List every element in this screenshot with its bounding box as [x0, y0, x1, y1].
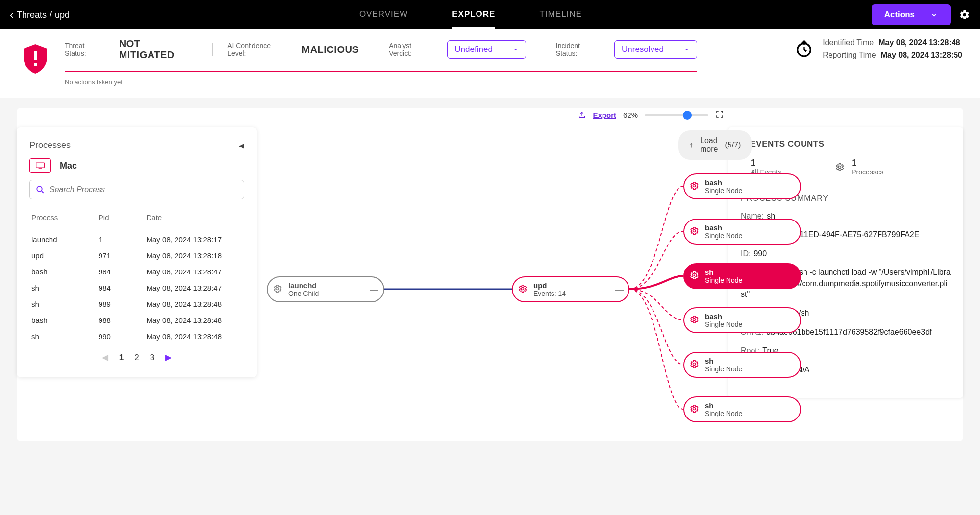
- ai-confidence-label: AI Confidence Level:: [227, 42, 290, 57]
- table-row[interactable]: sh989May 08, 2024 13:28:48: [29, 296, 244, 312]
- zoom-percentage: 62%: [623, 111, 638, 119]
- svg-point-6: [522, 287, 524, 290]
- load-more-button[interactable]: Load more (5/7): [678, 130, 752, 160]
- pager-next[interactable]: ▶: [165, 352, 172, 363]
- incident-status-dropdown[interactable]: Unresolved: [614, 40, 697, 59]
- all-events-count: 1: [751, 158, 781, 168]
- collapse-indicator[interactable]: —: [615, 284, 624, 294]
- zoom-slider[interactable]: [645, 114, 708, 116]
- table-row[interactable]: bash988May 08, 2024 13:28:48: [29, 312, 244, 328]
- pager-prev[interactable]: ◀: [102, 352, 108, 363]
- col-pid: Pid: [99, 213, 147, 221]
- os-name: Mac: [60, 161, 77, 171]
- svg-point-4: [37, 186, 42, 192]
- settings-icon[interactable]: [959, 9, 970, 20]
- gear-icon: [273, 284, 282, 295]
- table-row[interactable]: sh984May 08, 2024 13:28:47: [29, 280, 244, 296]
- ai-confidence-value: MALICIOUS: [302, 44, 359, 55]
- col-date: Date: [147, 213, 242, 221]
- analyst-verdict-value: Undefined: [454, 45, 493, 54]
- incident-status-label: Incident Status:: [556, 42, 603, 57]
- process-table-body: launchd1May 08, 2024 13:28:17upd971May 0…: [29, 231, 244, 344]
- gear-icon: [689, 315, 699, 326]
- pager-page[interactable]: 1: [119, 353, 124, 363]
- chevron-down-icon: [512, 45, 519, 54]
- node-sh-4[interactable]: shSingle Node: [683, 352, 801, 378]
- ps-id: 990: [754, 249, 767, 258]
- tab-overview[interactable]: OVERVIEW: [359, 0, 408, 29]
- svg-point-8: [693, 229, 696, 232]
- pager-page[interactable]: 2: [134, 353, 139, 363]
- processes-label: Processes: [852, 168, 883, 176]
- topbar: Threats / upd OVERVIEW EXPLORE TIMELINE …: [0, 0, 980, 29]
- gear-icon: [835, 162, 845, 172]
- analyst-verdict-dropdown[interactable]: Undefined: [447, 40, 526, 59]
- chevron-down-icon: [683, 45, 690, 54]
- actions-button[interactable]: Actions: [872, 4, 951, 25]
- reporting-time-label: Reporting Time: [823, 51, 876, 59]
- breadcrumb[interactable]: Threats / upd: [10, 9, 70, 21]
- clock-icon: [794, 39, 814, 59]
- node-bash-1[interactable]: bashSingle Node: [683, 219, 801, 245]
- svg-rect-3: [36, 163, 45, 168]
- no-actions-text: No actions taken yet: [65, 78, 697, 86]
- node-upd[interactable]: updEvents: 14 —: [512, 276, 629, 302]
- svg-point-11: [693, 363, 696, 365]
- export-link[interactable]: Export: [593, 111, 616, 119]
- svg-rect-0: [34, 51, 37, 60]
- zoom-slider-thumb[interactable]: [683, 111, 692, 120]
- svg-rect-1: [34, 63, 37, 66]
- breadcrumb-parent: Threats: [17, 10, 47, 20]
- processes-panel: Processes Mac Process Pid Date launchd1M…: [17, 127, 257, 377]
- gear-icon: [689, 270, 699, 282]
- node-bash-0[interactable]: bashSingle Node: [683, 173, 801, 199]
- table-row[interactable]: sh990May 08, 2024 13:28:48: [29, 328, 244, 344]
- svg-point-10: [693, 318, 696, 320]
- threat-status-label: Threat Status:: [65, 42, 107, 57]
- main-panel: Processes Mac Process Pid Date launchd1M…: [17, 108, 963, 441]
- svg-point-12: [693, 407, 696, 410]
- search-process-input[interactable]: [29, 180, 244, 199]
- os-icon: [29, 158, 51, 173]
- tab-timeline[interactable]: TIMELINE: [539, 0, 581, 29]
- tabs: OVERVIEW EXPLORE TIMELINE: [70, 0, 872, 29]
- identified-time-value: May 08, 2024 13:28:48: [879, 38, 960, 47]
- search-process-field[interactable]: [50, 185, 238, 194]
- collapse-indicator[interactable]: —: [370, 284, 378, 294]
- node-sh-5[interactable]: shSingle Node: [683, 396, 801, 422]
- identified-time-label: Identified Time: [823, 38, 874, 47]
- col-process: Process: [31, 213, 99, 221]
- arrow-up-icon: [689, 141, 693, 149]
- svg-point-9: [693, 274, 696, 276]
- processes-title: Processes: [29, 140, 71, 150]
- pager: ◀ 1 2 3 ▶: [29, 352, 244, 363]
- node-bash-3[interactable]: bashSingle Node: [683, 307, 801, 333]
- status-main: Threat Status: NOT MITIGATED AI Confiden…: [65, 38, 697, 86]
- pager-page[interactable]: 3: [150, 353, 154, 363]
- svg-point-13: [839, 166, 841, 168]
- gear-icon: [689, 359, 699, 371]
- table-row[interactable]: launchd1May 08, 2024 13:28:17: [29, 231, 244, 247]
- chevron-down-icon: [930, 9, 938, 20]
- node-sh-2[interactable]: shSingle Node: [683, 263, 801, 289]
- fullscreen-icon[interactable]: [715, 110, 724, 120]
- graph-toolbar: Export 62%: [578, 110, 724, 120]
- reporting-time-value: May 08, 2024 13:28:50: [881, 51, 962, 59]
- gear-icon: [689, 404, 699, 416]
- chevron-left-icon: [10, 9, 14, 21]
- table-row[interactable]: bash984May 08, 2024 13:28:47: [29, 264, 244, 280]
- threat-shield-icon: [18, 41, 53, 76]
- processes-count: 1: [852, 158, 883, 168]
- gear-icon: [689, 226, 699, 238]
- export-icon[interactable]: [578, 111, 586, 119]
- gear-icon: [518, 284, 528, 295]
- events-counts-header[interactable]: EVENTS COUNTS: [741, 139, 951, 149]
- incident-status-value: Unresolved: [622, 45, 664, 54]
- search-icon: [36, 185, 45, 194]
- collapse-left-icon[interactable]: [239, 140, 244, 150]
- process-table-header: Process Pid Date: [29, 208, 244, 226]
- node-launchd[interactable]: launchdOne Child —: [267, 276, 384, 302]
- load-more-label: Load more: [700, 136, 718, 154]
- table-row[interactable]: upd971May 08, 2024 13:28:18: [29, 247, 244, 264]
- tab-explore[interactable]: EXPLORE: [452, 0, 495, 29]
